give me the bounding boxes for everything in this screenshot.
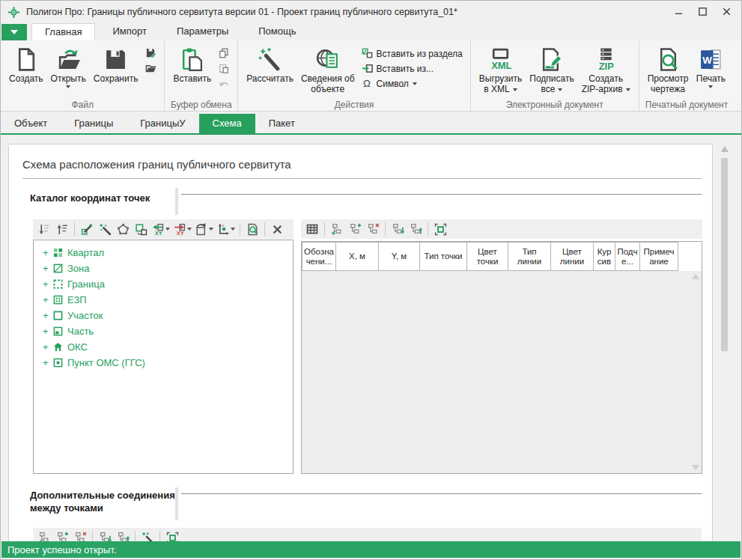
app-menu-button[interactable] [1, 24, 27, 40]
ribbon-group-printdoc: Просмотр чертежа W Печать Печатный докум… [639, 40, 735, 111]
import-xy-icon: XY [151, 223, 164, 236]
minimize-button[interactable] [666, 2, 690, 20]
object-info-button[interactable]: Сведения об объекте [297, 43, 359, 94]
tree-item-ezp[interactable]: +ЕЗП [34, 292, 293, 308]
copy-button[interactable] [216, 46, 231, 59]
import-xy-button[interactable]: XY [150, 221, 171, 237]
delete-row-button[interactable] [365, 221, 381, 237]
expand-icon[interactable]: + [43, 279, 49, 290]
toolbar-separator [385, 222, 386, 236]
maximize-button[interactable] [690, 2, 714, 20]
paste-special-button[interactable] [216, 62, 231, 75]
page-tab-paket[interactable]: Пакет [255, 114, 308, 133]
export-xml-button[interactable]: XML Выгрузить в XML [475, 43, 526, 94]
create-zip-button[interactable]: ZIP Создать ZIP-архив [578, 43, 634, 94]
expand-icon[interactable]: + [43, 247, 49, 258]
menu-tab-pomosch[interactable]: Помощь [246, 23, 308, 40]
ribbon: Создать Открыть Сохранить Файл Вставить [1, 40, 741, 112]
open-button[interactable]: Открыть [47, 43, 90, 88]
column-header-tsvet-tochki[interactable]: Цвет точки [466, 242, 508, 271]
preview-drawing-button[interactable]: Просмотр чертежа [644, 43, 693, 94]
page-tab-granitsy[interactable]: Границы [61, 114, 127, 133]
tree-item-uchastok[interactable]: +Участок [34, 308, 293, 323]
expand-icon[interactable]: + [43, 294, 49, 305]
save-button[interactable]: Сохранить [90, 43, 142, 84]
close-button[interactable] [714, 2, 738, 20]
create-label: Создать [9, 73, 43, 84]
coordinate-axis-button[interactable]: x [216, 221, 236, 237]
column-header-primechanie[interactable]: Примечание [639, 242, 678, 271]
object-info-label-2: объекте [311, 84, 344, 94]
title-bar: Полигон Про: Границы публичного сервитут… [1, 1, 741, 23]
chevron-down-icon [513, 88, 517, 91]
vertical-scrollbar[interactable] [720, 146, 729, 532]
table-view-button[interactable] [304, 221, 320, 237]
column-header-y[interactable]: Y, м [378, 242, 420, 271]
insert-from-section-button[interactable]: Вставить из раздела [362, 48, 463, 59]
expand-icon[interactable]: + [43, 357, 49, 368]
column-header-x[interactable]: X, м [335, 242, 379, 271]
tree-item-zona[interactable]: +Зона [34, 261, 293, 276]
expand-icon[interactable]: + [43, 326, 49, 337]
scroll-up-icon[interactable] [692, 274, 699, 279]
page-tab-shema[interactable]: Схема [199, 114, 255, 133]
open-file-button[interactable] [143, 62, 158, 75]
insert-row-button[interactable] [347, 221, 363, 237]
copy-contour-button[interactable] [133, 221, 149, 237]
paste-button[interactable]: Вставить [169, 43, 215, 84]
tree-item-chast[interactable]: +Часть [34, 323, 293, 339]
wand-points-button[interactable] [97, 221, 113, 237]
expand-icon[interactable]: + [43, 263, 49, 274]
column-header-tip-linii[interactable]: Тип линии [508, 242, 551, 271]
fit-selection-icon [434, 223, 447, 236]
scroll-down-icon[interactable] [692, 465, 699, 470]
ribbon-group-file: Создать Открыть Сохранить Файл [1, 40, 165, 111]
expand-icon[interactable]: + [43, 310, 49, 321]
section-label-connections: Дополнительные соединения между точками [30, 489, 180, 514]
fit-selection-button[interactable] [432, 221, 448, 237]
column-header-tsvet-linii[interactable]: Цвет линии [550, 242, 594, 271]
print-button[interactable]: W Печать [692, 43, 729, 88]
column-header-podcherk[interactable]: Подче... [615, 242, 640, 271]
column-header-tip-tochki[interactable]: Тип точки [419, 242, 467, 271]
menu-tab-import[interactable]: Импорт [100, 23, 159, 40]
symbol-button[interactable]: Ω Символ [362, 78, 463, 89]
status-bar: Проект успешно открыт. [1, 541, 741, 558]
scroll-up-icon[interactable] [721, 146, 729, 152]
tree-item-oks[interactable]: +ОКС [34, 339, 293, 355]
tree-item-kvartal[interactable]: +Квартал [34, 245, 293, 261]
preview-button[interactable] [244, 221, 261, 237]
move-row-up-button[interactable] [407, 221, 424, 237]
tree-item-punkt-oms[interactable]: +Пункт ОМС (ГГС) [34, 355, 293, 371]
scrollbar-thumb[interactable] [721, 158, 728, 351]
page-tab-obekt[interactable]: Объект [1, 114, 61, 133]
export-xy-button[interactable]: XY [172, 221, 192, 237]
move-row-down-button[interactable] [389, 221, 406, 237]
tree-item-granitsa[interactable]: +Граница [34, 276, 293, 292]
sort-points-down-button[interactable] [36, 221, 52, 237]
table-body[interactable] [302, 271, 702, 473]
add-row-button[interactable] [329, 221, 345, 237]
column-header-oboznachenie[interactable]: Обозначени... [302, 242, 336, 271]
column-header-kursiv[interactable]: Курсив [593, 242, 615, 271]
create-button[interactable]: Создать [5, 43, 47, 84]
calculate-button[interactable]: Рассчитать [243, 43, 297, 84]
menu-tab-parametry[interactable]: Параметры [164, 23, 241, 40]
rotate-contour-button[interactable] [194, 221, 214, 237]
save-as-button[interactable] [143, 46, 158, 59]
sign-all-button[interactable]: Подписать все [526, 43, 577, 94]
undo-button[interactable] [216, 78, 231, 91]
polygon-button[interactable] [115, 221, 131, 237]
app-logo-icon [7, 6, 20, 19]
menu-tab-glavnaya[interactable]: Главная [31, 23, 95, 40]
delete-button[interactable] [269, 221, 285, 237]
edit-wizard-button[interactable] [79, 221, 95, 237]
insert-from-button[interactable]: Вставить из... [362, 63, 463, 74]
table-toolbar [301, 219, 702, 239]
export-xy-icon: XY [173, 223, 186, 236]
expand-icon[interactable]: + [43, 341, 49, 353]
open-folder-icon [56, 45, 81, 73]
page-tab-granitsyu[interactable]: ГраницыУ [127, 114, 198, 133]
preview-sm-icon [246, 223, 259, 236]
sort-points-up-button[interactable] [54, 221, 70, 237]
